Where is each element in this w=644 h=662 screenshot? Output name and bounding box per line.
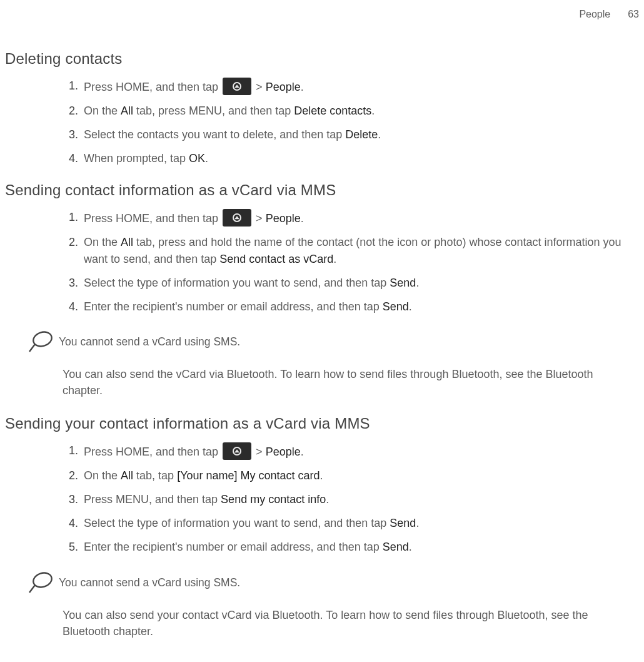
step-text: When prompted, tap bbox=[84, 152, 189, 165]
step-number: 3. bbox=[69, 491, 78, 507]
step-text: . bbox=[333, 253, 336, 265]
step-text: On the bbox=[84, 469, 121, 482]
step-number: 3. bbox=[69, 126, 78, 143]
ui-label: Send contact as vCard bbox=[219, 253, 333, 265]
ui-label: All bbox=[121, 469, 133, 482]
step-item: 2. On the All tab, tap [Your name] My co… bbox=[69, 464, 631, 487]
step-number: 2. bbox=[69, 103, 78, 119]
step-text: Press HOME, and then tap bbox=[84, 446, 221, 458]
apps-icon bbox=[223, 78, 251, 95]
step-number: 1. bbox=[69, 78, 78, 94]
body-paragraph: You can also send your contact vCard via… bbox=[63, 607, 625, 639]
note-text: You cannot send a vCard using SMS. bbox=[59, 576, 240, 589]
note-icon bbox=[28, 571, 55, 596]
ui-label: OK bbox=[189, 152, 205, 165]
step-item: 4. When prompted, tap OK. bbox=[69, 146, 631, 170]
steps-send-your-contact: 1. Press HOME, and then tap > People. 2.… bbox=[69, 439, 631, 559]
section-title-deleting: Deleting contacts bbox=[5, 50, 644, 68]
section-title-send-your-contact: Sending your contact information as a vC… bbox=[5, 415, 644, 432]
apps-icon bbox=[223, 442, 251, 460]
svg-point-0 bbox=[31, 330, 53, 349]
step-number: 4. bbox=[69, 515, 78, 531]
step-text: . bbox=[301, 81, 304, 93]
step-text: Select the type of information you want … bbox=[84, 277, 390, 289]
ui-label: Send bbox=[390, 517, 416, 529]
ui-label: Send bbox=[383, 300, 409, 313]
section-title-send-contact: Sending contact information as a vCard v… bbox=[5, 181, 644, 199]
step-item: 1. Press HOME, and then tap > People. bbox=[69, 205, 631, 230]
step-item: 3. Select the type of information you wa… bbox=[69, 271, 631, 295]
apps-icon bbox=[223, 209, 251, 227]
step-text: Press HOME, and then tap bbox=[84, 81, 221, 93]
step-number: 4. bbox=[69, 150, 78, 166]
step-item: 3. Press MENU, and then tap Send my cont… bbox=[69, 487, 631, 511]
step-text: . bbox=[416, 277, 419, 289]
step-text: . bbox=[301, 446, 304, 458]
note-text: You cannot send a vCard using SMS. bbox=[59, 335, 240, 349]
ui-label: Send bbox=[383, 541, 409, 553]
note-icon bbox=[28, 330, 55, 355]
step-text: Select the type of information you want … bbox=[84, 517, 390, 529]
step-number: 2. bbox=[69, 234, 78, 250]
step-text: . bbox=[378, 128, 381, 141]
step-text: . bbox=[371, 104, 375, 117]
manual-page: People 63 Deleting contacts 1. Press HOM… bbox=[0, 0, 644, 662]
ui-label: People bbox=[266, 212, 301, 225]
step-text: Press HOME, and then tap bbox=[84, 212, 221, 225]
page-number: 63 bbox=[628, 9, 639, 20]
step-number: 5. bbox=[69, 539, 78, 555]
ui-label: All bbox=[121, 236, 133, 248]
step-text: . bbox=[301, 212, 304, 225]
note-row: You cannot send a vCard using SMS. bbox=[28, 571, 631, 596]
step-item: 5. Enter the recipient's number or email… bbox=[69, 535, 631, 559]
step-number: 2. bbox=[69, 467, 78, 484]
step-text: . bbox=[409, 300, 412, 313]
step-item: 2. On the All tab, press and hold the na… bbox=[69, 230, 631, 270]
ui-label: Delete contacts bbox=[294, 104, 371, 117]
step-text: tab, press and hold the name of the cont… bbox=[84, 236, 621, 265]
page-header: People 63 bbox=[0, 0, 644, 39]
step-text: . bbox=[205, 152, 208, 165]
svg-point-2 bbox=[31, 571, 53, 589]
step-text: . bbox=[326, 493, 329, 506]
step-item: 1. Press HOME, and then tap > People. bbox=[69, 439, 631, 464]
step-number: 1. bbox=[69, 442, 78, 459]
ui-label: Send bbox=[390, 277, 416, 289]
step-number: 1. bbox=[69, 209, 78, 225]
ui-label: All bbox=[121, 104, 133, 117]
step-text: On the bbox=[84, 236, 121, 248]
step-text: . bbox=[409, 541, 412, 553]
steps-deleting: 1. Press HOME, and then tap > People. 2.… bbox=[69, 74, 631, 170]
step-item: 2. On the All tab, press MENU, and then … bbox=[69, 99, 631, 123]
chapter-name: People bbox=[579, 9, 610, 20]
step-number: 4. bbox=[69, 298, 78, 315]
step-item: 4. Select the type of information you wa… bbox=[69, 511, 631, 535]
ui-label: People bbox=[266, 81, 301, 93]
ui-label: [Your name] My contact card bbox=[177, 469, 319, 482]
step-text: tab, tap bbox=[133, 469, 177, 482]
step-item: 3. Select the contacts you want to delet… bbox=[69, 123, 631, 146]
step-text: On the bbox=[84, 104, 121, 117]
ui-label: Send my contact info bbox=[221, 493, 326, 506]
svg-line-3 bbox=[29, 585, 35, 593]
step-text: tab, press MENU, and then tap bbox=[133, 104, 294, 117]
step-text: Select the contacts you want to delete, … bbox=[84, 128, 345, 141]
step-text: Enter the recipient's number or email ad… bbox=[84, 541, 383, 553]
step-text: > bbox=[253, 212, 266, 225]
steps-send-contact: 1. Press HOME, and then tap > People. 2.… bbox=[69, 205, 631, 318]
step-text: > bbox=[253, 446, 266, 458]
step-item: 1. Press HOME, and then tap > People. bbox=[69, 74, 631, 99]
step-text: Press MENU, and then tap bbox=[84, 493, 221, 506]
svg-line-1 bbox=[29, 344, 35, 352]
step-text: . bbox=[320, 469, 323, 482]
ui-label: People bbox=[266, 446, 301, 458]
step-item: 4. Enter the recipient's number or email… bbox=[69, 295, 631, 318]
step-text: Enter the recipient's number or email ad… bbox=[84, 300, 383, 313]
step-number: 3. bbox=[69, 275, 78, 291]
step-text: > bbox=[253, 81, 266, 93]
ui-label: Delete bbox=[345, 128, 378, 141]
body-paragraph: You can also send the vCard via Bluetoot… bbox=[63, 366, 625, 399]
note-row: You cannot send a vCard using SMS. bbox=[28, 330, 631, 355]
step-text: . bbox=[416, 517, 419, 529]
